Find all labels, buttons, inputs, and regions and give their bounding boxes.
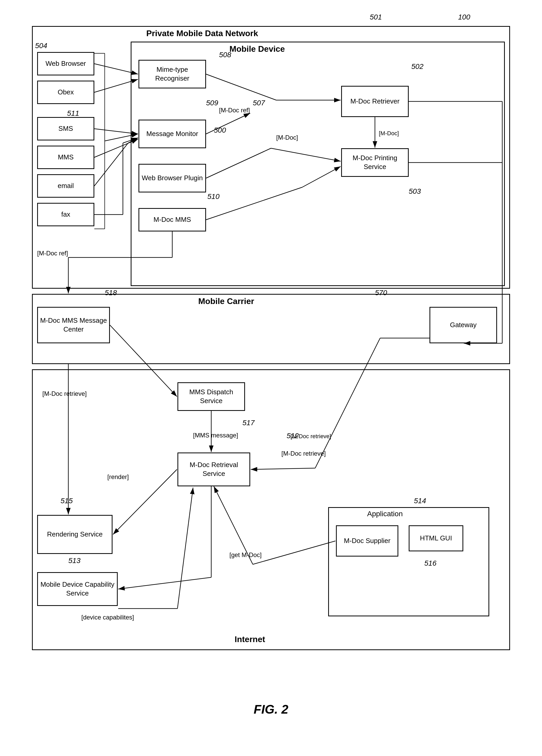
rendering-service-box: Rendering Service: [37, 515, 113, 554]
ref-514: 514: [414, 497, 426, 505]
m-doc-retrieve-right-label: [M-Doc retrieve]: [281, 450, 326, 457]
gateway-box: Gateway: [429, 307, 497, 343]
ref-516: 516: [424, 559, 436, 567]
fax-box: fax: [37, 203, 94, 226]
web-browser-box: Web Browser: [37, 52, 94, 75]
m-doc-label: [M-Doc]: [276, 134, 298, 141]
figure-caption: FIG. 2: [254, 702, 288, 716]
ref-100: 100: [458, 13, 470, 21]
ref-504: 504: [35, 42, 47, 50]
get-m-doc-label: [get M-Doc]: [230, 551, 262, 559]
m-doc-retrieval-box: M-Doc Retrieval Service: [178, 453, 250, 486]
mms-box: MMS: [37, 146, 94, 169]
internet-title: Internet: [235, 635, 265, 644]
mobile-carrier-title: Mobile Carrier: [198, 296, 254, 306]
m-doc-ref-label-top: [M-Doc ref]: [219, 107, 250, 114]
m-doc-supplier-box: M-Doc Supplier: [336, 525, 398, 557]
diagram: 501 100 Private Mobile Data Network 504 …: [16, 10, 526, 687]
mobile-device-capability-box: Mobile Device Capability Service: [37, 572, 118, 606]
ref-518: 518: [105, 289, 117, 297]
ref-501: 501: [370, 13, 382, 21]
mobile-device-title: Mobile Device: [230, 44, 285, 54]
message-monitor-box: Message Monitor: [139, 120, 206, 148]
ref-502: 502: [411, 62, 423, 71]
m-doc-retriever-box: M-Doc Retriever: [341, 86, 409, 117]
ref-511: 511: [67, 109, 79, 118]
ref-500: 500: [214, 126, 226, 134]
mime-recogniser-box: Mime-type Recogniser: [139, 60, 206, 88]
ref-510: 510: [207, 192, 220, 201]
m-doc-printing-box: M-Doc Printing Service: [341, 148, 409, 177]
ref-509: 509: [206, 99, 218, 107]
mms-message-label: [MMS message]: [193, 432, 238, 439]
ref-512: 512: [286, 432, 299, 440]
ref-503: 503: [409, 187, 421, 196]
ref-570: 570: [375, 289, 387, 297]
obex-box: Obex: [37, 81, 94, 104]
ref-513: 513: [68, 557, 81, 565]
private-network-title: Private Mobile Data Network: [146, 29, 258, 38]
m-doc-mms-center-box: M-Doc MMS Message Center: [37, 307, 110, 343]
ref-517: 517: [243, 419, 255, 427]
mms-dispatch-box: MMS Dispatch Service: [178, 382, 245, 411]
application-label: Application: [367, 510, 403, 518]
email-box: email: [37, 174, 94, 198]
ref-515: 515: [61, 497, 73, 505]
m-doc-ref-label-bottom: [M-Doc ref]: [37, 250, 68, 257]
html-gui-box: HTML GUI: [409, 525, 463, 551]
ref-508: 508: [219, 51, 231, 59]
m-doc-retrieve-left-label: [M-Doc retrieve]: [42, 390, 87, 397]
ref-507: 507: [253, 99, 265, 107]
device-capabilities-label: [device capabilites]: [81, 614, 134, 621]
sms-box: SMS: [37, 117, 94, 140]
application-border: [328, 507, 489, 616]
web-browser-plugin-box: Web Browser Plugin: [139, 164, 206, 192]
render-label: [render]: [107, 473, 129, 481]
m-doc-mms-mobile-box: M-Doc MMS: [139, 208, 206, 231]
